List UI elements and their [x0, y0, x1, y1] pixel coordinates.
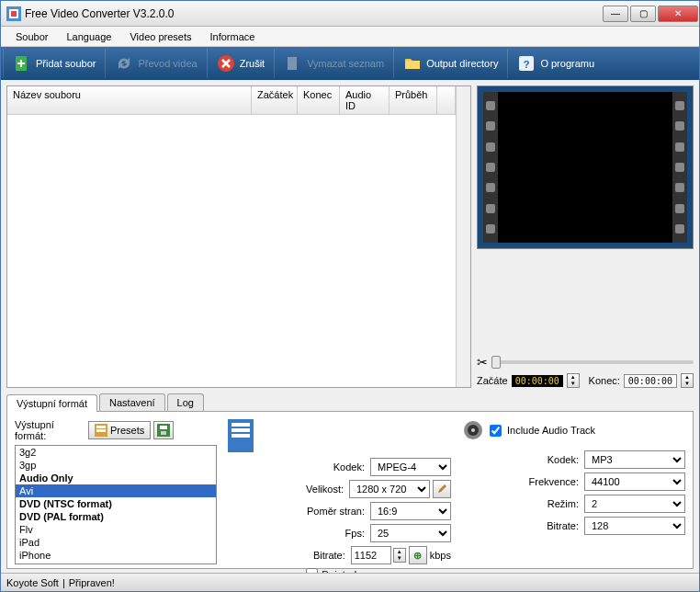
fps-select[interactable]: 25 — [370, 524, 451, 542]
col-start[interactable]: Začátek — [252, 86, 298, 114]
cancel-button[interactable]: Zrušit — [207, 49, 275, 78]
tab-settings[interactable]: Nastavení — [99, 393, 165, 411]
menubar: Soubor Language Video presets Informace — [1, 27, 699, 47]
menu-language[interactable]: Language — [57, 29, 120, 44]
output-dir-button[interactable]: Output directory — [393, 49, 507, 78]
edit-size-button[interactable] — [433, 480, 451, 498]
format-option[interactable]: DVD (PAL format) — [16, 510, 216, 523]
maximize-button[interactable]: ▢ — [630, 6, 656, 22]
bitrate-unit: kbps — [430, 550, 451, 561]
clear-list-button[interactable]: Vymazat seznam — [274, 49, 393, 78]
video-codec-select[interactable]: MPEG-4 — [370, 458, 451, 476]
video-bitrate-label: Bitrate: — [276, 550, 345, 561]
format-option[interactable]: iPod — [16, 562, 216, 564]
svg-rect-2 — [11, 11, 17, 17]
about-button[interactable]: ? O programu — [507, 49, 604, 78]
format-option[interactable]: iPhone — [16, 549, 216, 562]
audio-codec-label: Kodek: — [509, 454, 579, 465]
convert-icon — [115, 54, 133, 73]
slider-thumb[interactable] — [491, 356, 501, 369]
status-vendor: Koyote Soft — [6, 577, 59, 588]
end-time-value: 00:00:00 — [624, 374, 677, 388]
menu-soubor[interactable]: Soubor — [6, 29, 57, 44]
convert-button[interactable]: Převod videa — [105, 49, 206, 78]
trim-slider[interactable] — [491, 360, 694, 364]
end-time-spinner[interactable]: ▲▼ — [681, 373, 694, 388]
bitrate-spinner[interactable]: ▲▼ — [393, 548, 406, 563]
tab-body: Výstupní formát: Presets 3g23gpAudio Onl… — [6, 411, 694, 569]
help-icon: ? — [517, 54, 536, 73]
format-option[interactable]: DVD (NTSC format) — [16, 497, 216, 510]
col-filename[interactable]: Název souboru — [7, 86, 252, 114]
statusbar: Koyote Soft | Připraven! — [1, 573, 699, 591]
vertical-scrollbar[interactable] — [456, 115, 470, 387]
app-icon — [6, 6, 21, 21]
tab-strip: Výstupní formát Nastavení Log — [6, 393, 694, 411]
format-list[interactable]: 3g23gpAudio OnlyAviDVD (NTSC format)DVD … — [15, 445, 217, 564]
format-option[interactable]: Avi — [16, 484, 216, 497]
toolbar: Přidat soubor Převod videa Zrušit Vymaza… — [1, 47, 699, 80]
presets-button[interactable]: Presets — [88, 421, 151, 439]
preview-panel: ✂ Začáte 00:00:00 ▲▼ Konec: 00:00:00 ▲▼ — [477, 85, 694, 388]
start-time-value: 00:00:00 — [512, 375, 563, 387]
presets-label: Presets — [110, 425, 144, 436]
preview-box — [477, 85, 694, 249]
tab-output-format[interactable]: Výstupní formát — [6, 394, 97, 412]
svg-rect-12 — [96, 429, 106, 432]
add-file-label: Přidat soubor — [36, 58, 96, 69]
minimize-button[interactable]: — — [603, 6, 628, 22]
video-size-label: Velikost: — [274, 484, 344, 495]
clear-icon — [284, 54, 302, 73]
output-format-label: Výstupní formát: — [15, 419, 88, 441]
scroll-corner — [456, 86, 470, 115]
col-progress[interactable]: Průběh — [390, 86, 437, 114]
main-area: Název souboru Začátek Konec Audio ID Prů… — [1, 80, 699, 393]
plus-icon: ⊕ — [413, 550, 422, 562]
format-option[interactable]: iPad — [16, 536, 216, 549]
start-time-spinner[interactable]: ▲▼ — [567, 373, 580, 388]
trim-slider-row: ✂ — [477, 355, 694, 370]
convert-label: Převod videa — [138, 58, 197, 69]
status-ready: Připraven! — [69, 577, 115, 588]
format-option[interactable]: Flv — [16, 523, 216, 536]
format-column: Výstupní formát: Presets 3g23gpAudio Onl… — [15, 419, 217, 561]
edit-icon — [436, 484, 447, 495]
format-option[interactable]: 3gp — [16, 459, 216, 472]
sprocket-right — [672, 92, 687, 243]
titlebar: Free Video Converter V3.2.0.0 — ▢ ✕ — [1, 1, 699, 27]
start-time-label: Začáte — [477, 375, 508, 386]
menu-video-presets[interactable]: Video presets — [120, 29, 200, 44]
menu-informace[interactable]: Informace — [201, 29, 265, 44]
col-audioid[interactable]: Audio ID — [340, 86, 390, 114]
filmstrip — [483, 92, 687, 243]
save-preset-button[interactable] — [153, 421, 174, 439]
video-file-icon — [228, 419, 254, 452]
window-title: Free Video Converter V3.2.0.0 — [25, 7, 602, 20]
cancel-label: Zrušit — [240, 58, 265, 69]
video-size-select[interactable]: 1280 x 720 — [349, 480, 430, 498]
audio-freq-label: Frekvence: — [509, 476, 579, 487]
add-file-button[interactable]: Přidat soubor — [3, 49, 105, 78]
table-header: Název souboru Začátek Konec Audio ID Prů… — [7, 86, 456, 115]
audio-codec-select[interactable]: MP3 — [584, 450, 685, 469]
close-button[interactable]: ✕ — [658, 6, 698, 22]
time-row: Začáte 00:00:00 ▲▼ Konec: 00:00:00 ▲▼ — [477, 373, 694, 388]
video-screen[interactable] — [498, 92, 672, 243]
include-audio-checkbox[interactable] — [490, 425, 502, 437]
svg-text:?: ? — [524, 59, 530, 70]
audio-mode-select[interactable]: 2 — [584, 495, 685, 513]
format-option[interactable]: Audio Only — [16, 472, 216, 484]
col-extra[interactable] — [437, 86, 456, 114]
clear-label: Vymazat seznam — [307, 58, 384, 69]
tab-log[interactable]: Log — [167, 393, 204, 411]
svg-rect-14 — [160, 426, 167, 429]
aspect-select[interactable]: 16:9 — [370, 502, 451, 520]
audio-freq-select[interactable]: 44100 — [584, 472, 685, 491]
col-end[interactable]: Konec — [298, 86, 340, 114]
svg-point-22 — [471, 428, 475, 432]
format-option[interactable]: 3g2 — [16, 446, 216, 459]
video-bitrate-input[interactable] — [351, 546, 391, 564]
audio-bitrate-select[interactable]: 128 — [584, 517, 685, 535]
table-body[interactable] — [7, 115, 456, 387]
bitrate-plus-button[interactable]: ⊕ — [409, 546, 427, 564]
